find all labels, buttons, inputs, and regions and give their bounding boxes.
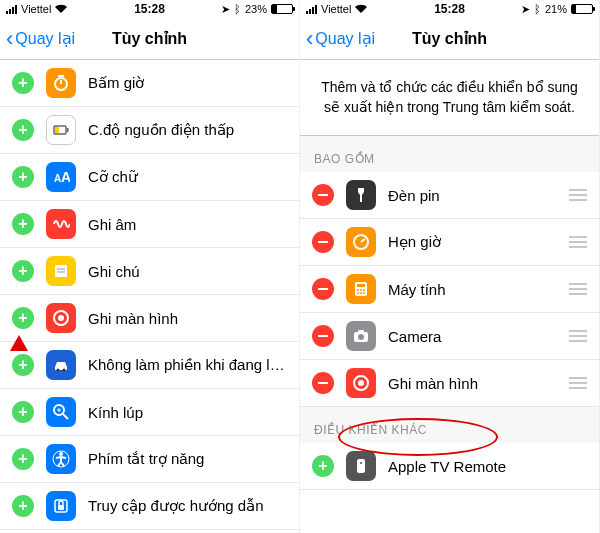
add-button[interactable]: + bbox=[12, 119, 34, 141]
svg-line-24 bbox=[361, 239, 365, 242]
list-item: +Truy cập được hướng dẫn bbox=[0, 483, 299, 530]
section-header-included: BAO GỒM bbox=[300, 136, 599, 172]
item-label: C.độ nguồn điện thấp bbox=[88, 121, 287, 139]
reorder-handle[interactable] bbox=[569, 377, 587, 389]
svg-point-29 bbox=[363, 289, 365, 291]
carrier-label: Viettel bbox=[321, 3, 351, 15]
item-label: Đèn pin bbox=[388, 187, 557, 204]
svg-rect-22 bbox=[58, 505, 64, 510]
list-item: +Ghi âm bbox=[0, 201, 299, 248]
remote-icon bbox=[346, 451, 376, 481]
remove-button[interactable] bbox=[312, 325, 334, 347]
magnify-icon bbox=[46, 397, 76, 427]
camera-icon bbox=[346, 321, 376, 351]
list-item: +AACỡ chữ bbox=[0, 154, 299, 201]
back-button[interactable]: ‹ Quay lại bbox=[0, 28, 75, 50]
reorder-handle[interactable] bbox=[569, 283, 587, 295]
list-item: Ghi màn hình bbox=[300, 360, 599, 407]
add-button[interactable]: + bbox=[12, 495, 34, 517]
svg-point-12 bbox=[58, 315, 64, 321]
location-icon: ➤ bbox=[521, 3, 530, 16]
item-label: Truy cập được hướng dẫn bbox=[88, 497, 287, 515]
right-screenshot: Viettel 15:28 ➤ ᛒ 21% ‹ Quay lại Tùy chỉ… bbox=[300, 0, 600, 533]
svg-point-34 bbox=[358, 334, 364, 340]
add-button[interactable]: + bbox=[12, 401, 34, 423]
item-label: Ghi âm bbox=[88, 216, 287, 233]
chevron-left-icon: ‹ bbox=[6, 28, 13, 50]
svg-point-19 bbox=[59, 452, 63, 456]
svg-point-28 bbox=[360, 289, 362, 291]
add-button[interactable]: + bbox=[12, 213, 34, 235]
add-button[interactable]: + bbox=[12, 354, 34, 376]
wifi-icon bbox=[55, 3, 67, 15]
remove-button[interactable] bbox=[312, 231, 334, 253]
nav-bar: ‹ Quay lại Tùy chỉnh bbox=[0, 18, 299, 60]
voice-icon bbox=[46, 209, 76, 239]
guided-icon bbox=[46, 491, 76, 521]
list-item: +Apple TV Remote bbox=[300, 443, 599, 490]
intro-text: Thêm và tổ chức các điều khiển bổ sung s… bbox=[300, 60, 599, 136]
svg-rect-8 bbox=[55, 265, 67, 277]
svg-rect-35 bbox=[358, 330, 364, 333]
add-button[interactable]: + bbox=[12, 72, 34, 94]
note-icon bbox=[46, 256, 76, 286]
stopwatch-icon bbox=[46, 68, 76, 98]
list-item: Đèn pin bbox=[300, 172, 599, 219]
svg-rect-4 bbox=[55, 127, 59, 133]
nav-bar: ‹ Quay lại Tùy chỉnh bbox=[300, 18, 599, 60]
item-label: Máy tính bbox=[388, 281, 557, 298]
car-icon bbox=[46, 350, 76, 380]
svg-rect-26 bbox=[357, 284, 365, 287]
status-bar: Viettel 15:28 ➤ ᛒ 21% bbox=[300, 0, 599, 18]
back-button[interactable]: ‹ Quay lại bbox=[300, 28, 375, 50]
battery-pct: 21% bbox=[545, 3, 567, 15]
battery-pct: 23% bbox=[245, 3, 267, 15]
remove-button[interactable] bbox=[312, 372, 334, 394]
list-item: +Ghi màn hình bbox=[0, 295, 299, 342]
signal-icon bbox=[306, 5, 317, 14]
back-label: Quay lại bbox=[315, 29, 375, 48]
timer-icon bbox=[346, 227, 376, 257]
page-title: Tùy chỉnh bbox=[112, 29, 187, 48]
add-button[interactable]: + bbox=[12, 448, 34, 470]
list-item: +Phím tắt trợ năng bbox=[0, 436, 299, 483]
item-label: Bấm giờ bbox=[88, 74, 287, 92]
list-item: +C.độ nguồn điện thấp bbox=[0, 107, 299, 154]
list-item: +Không làm phiền khi đang lái xe bbox=[0, 342, 299, 389]
access-icon bbox=[46, 444, 76, 474]
item-label: Không làm phiền khi đang lái xe bbox=[88, 356, 287, 374]
svg-point-27 bbox=[357, 289, 359, 291]
item-label: Ghi màn hình bbox=[388, 375, 557, 392]
clock: 15:28 bbox=[434, 2, 465, 16]
svg-point-39 bbox=[360, 462, 362, 464]
reorder-handle[interactable] bbox=[569, 236, 587, 248]
svg-rect-5 bbox=[67, 128, 69, 132]
add-button[interactable]: + bbox=[12, 166, 34, 188]
section-header-more: ĐIỀU KHIỂN KHÁC bbox=[300, 407, 599, 443]
included-list: Đèn pinHẹn giờMáy tínhCameraGhi màn hình bbox=[300, 172, 599, 407]
remove-button[interactable] bbox=[312, 184, 334, 206]
page-title: Tùy chỉnh bbox=[412, 29, 487, 48]
calc-icon bbox=[346, 274, 376, 304]
add-button[interactable]: + bbox=[12, 260, 34, 282]
svg-point-30 bbox=[357, 292, 359, 294]
item-label: Phím tắt trợ năng bbox=[88, 450, 287, 468]
list-item: +Ghi chú bbox=[0, 248, 299, 295]
add-button[interactable]: + bbox=[12, 307, 34, 329]
textsize-icon: AA bbox=[46, 162, 76, 192]
reorder-handle[interactable] bbox=[569, 189, 587, 201]
svg-rect-38 bbox=[357, 459, 365, 473]
item-label: Ghi chú bbox=[88, 263, 287, 280]
battery-icon bbox=[271, 4, 293, 14]
battery-icon bbox=[571, 4, 593, 14]
add-button[interactable]: + bbox=[312, 455, 334, 477]
carrier-label: Viettel bbox=[21, 3, 51, 15]
svg-point-13 bbox=[57, 369, 60, 372]
list-item: +Kính lúp bbox=[0, 389, 299, 436]
item-label: Apple TV Remote bbox=[388, 458, 587, 475]
list-item: Máy tính bbox=[300, 266, 599, 313]
reorder-handle[interactable] bbox=[569, 330, 587, 342]
remove-button[interactable] bbox=[312, 278, 334, 300]
left-screenshot: Viettel 15:28 ➤ ᛒ 23% ‹ Quay lại Tùy chỉ… bbox=[0, 0, 300, 533]
svg-line-16 bbox=[63, 414, 68, 419]
